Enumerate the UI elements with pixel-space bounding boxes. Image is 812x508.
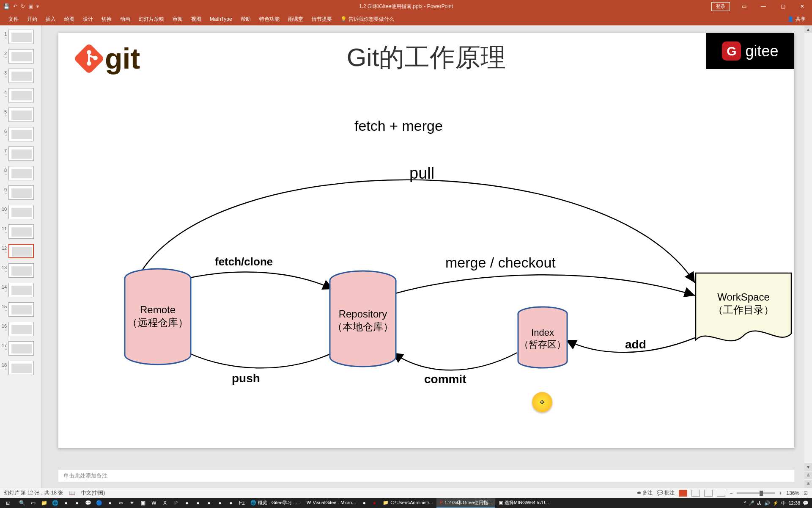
tray-app-icon[interactable]: ⚡ — [773, 500, 779, 506]
slide-thumbnail-8[interactable]: 8* — [0, 164, 41, 182]
excel-icon[interactable]: X — [160, 499, 170, 507]
spellcheck-icon[interactable]: 📖 — [69, 490, 75, 496]
ribbon-display-options-icon[interactable]: ▭ — [734, 0, 754, 13]
notes-pane[interactable]: 单击此处添加备注 — [58, 469, 794, 482]
taskbar-app[interactable]: 🌐概览 - Gitee学习 - ... — [247, 498, 303, 508]
tab-features[interactable]: 特色功能 — [255, 13, 284, 25]
app-icon[interactable]: ▣ — [138, 499, 148, 507]
slide-thumbnail-5[interactable]: 5* — [0, 106, 41, 124]
normal-view-icon[interactable] — [679, 490, 687, 497]
save-icon[interactable]: 💾 — [3, 3, 10, 9]
tab-yuketang[interactable]: 雨课堂 — [284, 13, 307, 25]
slide-thumbnail-13[interactable]: 13* — [0, 262, 41, 279]
share-button[interactable]: 👤 共享 — [787, 16, 806, 23]
maximize-icon[interactable]: ▢ — [773, 0, 793, 13]
taskbar-app-active[interactable]: P1.2 Git和Gitee使用指... — [436, 498, 495, 508]
comments-button[interactable]: 💬 批注 — [657, 489, 675, 497]
slide-thumbnail-10[interactable]: 10* — [0, 203, 41, 221]
tab-mathtype[interactable]: MathType — [206, 14, 236, 25]
app-icon[interactable]: ● — [61, 499, 71, 507]
filezilla-icon[interactable]: Fz — [237, 499, 247, 507]
tell-me-search[interactable]: 💡 告诉我你想要做什么 — [340, 16, 394, 23]
prev-slide-icon[interactable]: ≜ — [804, 472, 812, 479]
slide-counter[interactable]: 幻灯片 第 12 张，共 18 张 — [4, 489, 63, 497]
slide-thumbnail-3[interactable]: 3* — [0, 67, 41, 85]
zoom-in-icon[interactable]: + — [779, 490, 782, 496]
app-icon[interactable]: ● — [182, 499, 192, 507]
login-button[interactable]: 登录 — [711, 2, 730, 11]
slide-thumbnail-14[interactable]: 14* — [0, 281, 41, 299]
app-icon[interactable]: ● — [369, 499, 379, 507]
slide-thumbnail-17[interactable]: 17* — [0, 340, 41, 357]
wechat-icon[interactable]: 💬 — [83, 499, 93, 507]
app-icon[interactable]: ● — [72, 499, 82, 507]
zoom-out-icon[interactable]: − — [730, 490, 732, 496]
slide-sorter-view-icon[interactable] — [691, 490, 700, 497]
redo-icon[interactable]: ↻ — [21, 3, 25, 9]
explorer-icon[interactable]: 📁 — [39, 499, 49, 507]
slide-thumbnail-7[interactable]: 7* — [0, 145, 41, 163]
tray-up-icon[interactable]: ^ — [744, 500, 746, 505]
taskbar-app[interactable]: 📁C:\Users\Administr... — [379, 498, 436, 508]
tray-mic-icon[interactable]: 🎤 — [749, 500, 754, 506]
app-icon[interactable]: ● — [105, 499, 115, 507]
vscode-icon[interactable]: ✦ — [127, 499, 137, 507]
start-button[interactable]: ⊞ — [0, 498, 15, 508]
vs-icon[interactable]: ∞ — [116, 499, 126, 507]
app-icon[interactable]: ● — [204, 499, 214, 507]
tab-storyboard[interactable]: 情节提要 — [307, 13, 336, 25]
slide-thumbnail-6[interactable]: 6* — [0, 125, 41, 143]
tab-view[interactable]: 视图 — [187, 13, 206, 25]
slide-thumbnail-11[interactable]: 11* — [0, 223, 41, 240]
app-icon[interactable]: ● — [226, 499, 236, 507]
minimize-icon[interactable]: — — [754, 0, 773, 13]
taskbar-app[interactable]: WVisualGitee - Micro... — [303, 498, 359, 508]
zoom-slider[interactable] — [737, 492, 775, 494]
start-from-beginning-icon[interactable]: ▣ — [28, 3, 33, 9]
tab-design[interactable]: 设计 — [79, 13, 97, 25]
notes-button[interactable]: ≐ 备注 — [637, 489, 653, 497]
undo-icon[interactable]: ↶ — [13, 3, 17, 9]
tab-file[interactable]: 文件 — [4, 13, 23, 25]
scroll-down-icon[interactable]: ▼ — [804, 463, 812, 471]
app-icon[interactable]: ● — [359, 499, 369, 507]
language-indicator[interactable]: 中文(中国) — [81, 489, 105, 497]
tray-network-icon[interactable]: 🖧 — [757, 500, 762, 505]
slideshow-view-icon[interactable] — [717, 490, 725, 497]
tab-transitions[interactable]: 切换 — [97, 13, 116, 25]
task-view-icon[interactable]: ▭ — [28, 499, 38, 507]
app-icon[interactable]: ● — [193, 499, 203, 507]
fit-to-window-icon[interactable]: ⊡ — [804, 490, 808, 496]
tab-help[interactable]: 帮助 — [236, 13, 255, 25]
tray-ime[interactable]: 中 — [781, 500, 786, 506]
tray-volume-icon[interactable]: 🔊 — [764, 500, 770, 506]
taskbar-app[interactable]: ▣选择MINGW64:/c/U... — [495, 498, 552, 508]
close-icon[interactable]: ✕ — [793, 0, 812, 13]
slide-thumbnail-4[interactable]: 4* — [0, 86, 41, 104]
slide-thumbnail-9[interactable]: 9* — [0, 184, 41, 202]
slide-thumbnail-2[interactable]: 2* — [0, 47, 41, 65]
slide-thumbnail-1[interactable]: 1* — [0, 28, 41, 46]
tab-animations[interactable]: 动画 — [116, 13, 134, 25]
next-slide-icon[interactable]: ≚ — [804, 480, 812, 488]
edge-icon[interactable]: 🌐 — [50, 499, 60, 507]
slide-thumbnail-18[interactable]: 18* — [0, 359, 41, 377]
search-icon[interactable]: 🔍 — [17, 499, 27, 507]
tab-review[interactable]: 审阅 — [168, 13, 187, 25]
word-icon[interactable]: W — [149, 499, 159, 507]
reading-view-icon[interactable] — [704, 490, 713, 497]
vertical-scrollbar[interactable]: ▲ ▼ ≜ ≚ — [804, 25, 812, 488]
tab-draw[interactable]: 绘图 — [60, 13, 79, 25]
slide[interactable]: git Git的工作原理 G gitee — [58, 33, 794, 448]
ppt-icon[interactable]: P — [171, 499, 181, 507]
slide-thumbnail-12[interactable]: 12* — [0, 242, 41, 260]
qat-dropdown-icon[interactable]: ▾ — [36, 3, 39, 9]
slide-thumbnails-panel[interactable]: 1*2*3*4*5*6*7*8*9*10*11*12*13*14*15*16*1… — [0, 25, 41, 488]
zoom-level[interactable]: 136% — [786, 490, 799, 496]
tab-insert[interactable]: 插入 — [41, 13, 60, 25]
app-icon[interactable]: ● — [215, 499, 225, 507]
tray-notifications-icon[interactable]: 💬 — [803, 500, 809, 506]
tab-home[interactable]: 开始 — [23, 13, 41, 25]
tab-slideshow[interactable]: 幻灯片放映 — [134, 13, 168, 25]
scroll-up-icon[interactable]: ▲ — [804, 25, 812, 33]
